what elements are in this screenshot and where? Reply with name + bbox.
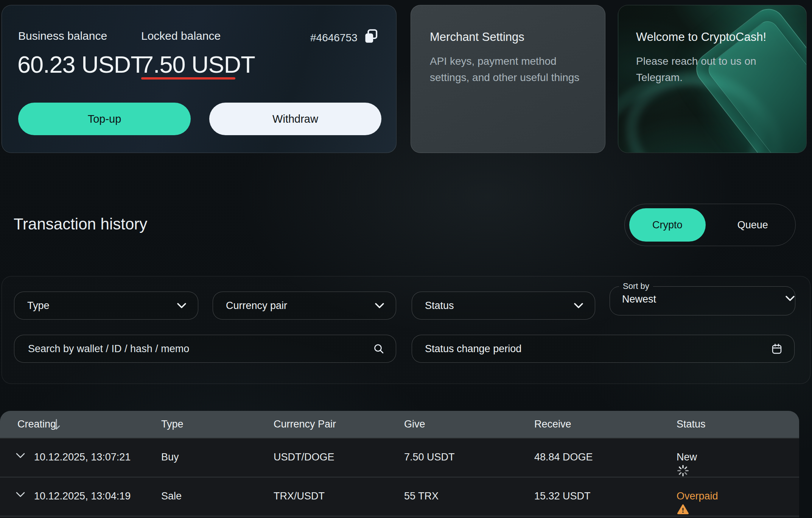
status-change-period-field[interactable]: Status change period	[412, 335, 795, 363]
table-row[interactable]: 10.12.2025, 13:04:19 Sale TRX/USDT 55 TR…	[0, 477, 799, 516]
type-filter-label: Type	[27, 300, 177, 312]
transactions-table: Creating Type Currency Pair Give Receive…	[0, 411, 799, 518]
status-filter-dropdown[interactable]: Status	[412, 292, 595, 320]
tab-crypto[interactable]: Crypto	[629, 208, 706, 242]
top-up-button[interactable]: Top-up	[18, 103, 191, 135]
column-header-receive: Receive	[534, 418, 571, 430]
welcome-card: Welcome to CryptoCash! Please reach out …	[618, 5, 807, 153]
sort-by-label: Sort by	[619, 281, 653, 291]
column-header-creating[interactable]: Creating	[17, 418, 56, 430]
history-view-toggle: Crypto Queue	[624, 204, 796, 246]
chevron-down-icon	[574, 303, 583, 309]
withdraw-button[interactable]: Withdraw	[209, 103, 381, 135]
cell-type: Buy	[161, 451, 179, 463]
cell-type: Sale	[161, 490, 182, 502]
settings-card-description: API keys, payment method settings, and o…	[430, 53, 589, 86]
status-change-period-label: Status change period	[425, 343, 771, 355]
welcome-card-description: Please reach out to us on Telegram.	[636, 53, 780, 86]
status-filter-label: Status	[425, 300, 574, 312]
sort-by-dropdown[interactable]: Sort by Newest	[610, 281, 795, 315]
business-balance-value: 60.23 USDT	[17, 51, 145, 78]
tab-queue[interactable]: Queue	[715, 208, 791, 242]
welcome-card-title: Welcome to CryptoCash!	[636, 30, 766, 44]
calendar-icon	[771, 343, 783, 355]
merchant-id: #4646753	[310, 32, 358, 44]
status-badge: Overpaid	[677, 490, 718, 502]
column-header-currency-pair: Currency Pair	[274, 418, 336, 430]
status-badge: New	[677, 451, 697, 463]
column-header-type: Type	[161, 418, 184, 430]
cell-currency-pair: TRX/USDT	[274, 490, 325, 502]
merchant-dashboard: { "balance_card": { "business_label": "B…	[0, 0, 812, 518]
currency-pair-filter-label: Currency pair	[226, 300, 375, 312]
chevron-down-icon	[177, 303, 187, 309]
cell-give: 7.50 USDT	[404, 451, 455, 463]
cell-receive: 48.84 DOGE	[534, 451, 593, 463]
settings-card-title: Merchant Settings	[430, 30, 524, 44]
cell-currency-pair: USDT/DOGE	[274, 451, 334, 463]
copy-merchant-id-button[interactable]	[362, 28, 380, 45]
cell-creating-date: 10.12.2025, 13:07:21	[34, 451, 131, 463]
page-title: Transaction history	[14, 215, 147, 233]
locked-balance-value: 7.50 USDT	[140, 51, 255, 78]
sort-by-value: Newest	[622, 293, 785, 305]
table-row[interactable]: 10.12.2025, 13:07:21 Buy USDT/DOGE 7.50 …	[0, 438, 799, 477]
locked-balance-label: Locked balance	[141, 30, 221, 42]
cell-give: 55 TRX	[404, 490, 439, 502]
warning-triangle-icon	[677, 503, 689, 518]
search-icon[interactable]	[373, 343, 384, 354]
business-balance-label: Business balance	[18, 30, 107, 42]
search-field	[14, 335, 396, 363]
currency-pair-filter-dropdown[interactable]: Currency pair	[213, 292, 396, 320]
status-label: Overpaid	[677, 490, 718, 502]
status-label: New	[677, 451, 697, 463]
cell-receive: 15.32 USDT	[534, 490, 591, 502]
column-header-give: Give	[404, 418, 425, 430]
column-header-status: Status	[677, 418, 706, 430]
locked-balance-underline	[141, 77, 235, 80]
chevron-down-icon	[785, 295, 795, 303]
search-input[interactable]	[27, 343, 373, 355]
chevron-down-icon	[375, 303, 384, 309]
copy-icon	[363, 40, 380, 46]
expand-row-chevron-icon[interactable]	[15, 452, 26, 460]
merchant-settings-card: Merchant Settings API keys, payment meth…	[411, 5, 605, 153]
balance-card: Business balance 60.23 USDT Locked balan…	[2, 5, 397, 153]
expand-row-chevron-icon[interactable]	[15, 491, 26, 499]
table-header: Creating Type Currency Pair Give Receive…	[0, 411, 799, 438]
filters-panel: Type Currency pair Status Sort by Newest	[2, 276, 810, 384]
cell-creating-date: 10.12.2025, 13:04:19	[34, 490, 131, 502]
sort-descending-arrow-icon[interactable]	[51, 418, 61, 434]
type-filter-dropdown[interactable]: Type	[14, 292, 198, 320]
